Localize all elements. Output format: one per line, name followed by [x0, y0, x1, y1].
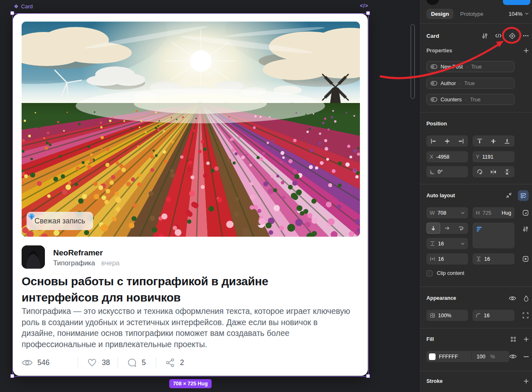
tab-design[interactable]: Design: [426, 9, 453, 19]
corner-radius-icon: [476, 313, 481, 318]
selection-handle-bl[interactable]: [10, 374, 14, 378]
add-property-icon[interactable]: [524, 48, 529, 53]
tab-prototype[interactable]: Prototype: [460, 11, 483, 17]
add-fill-icon[interactable]: [524, 337, 529, 342]
chevron-down-icon: [461, 212, 465, 214]
opacity-icon: [430, 313, 435, 318]
share-icon: [165, 358, 175, 368]
fill-color-swatch[interactable]: [429, 353, 436, 360]
chevron-down-icon: [461, 243, 465, 245]
inspector-panel: Design Prototype 104% Card Prop: [419, 0, 532, 392]
property-new-post[interactable]: New Post·True: [426, 61, 515, 72]
fill-header: Fill: [426, 336, 434, 342]
fill-color-field[interactable]: FFFFFF 100 %: [426, 351, 509, 362]
more-options-icon[interactable]: [523, 35, 529, 37]
vertical-padding-field[interactable]: 16: [473, 253, 515, 265]
toggle-prop-icon: [431, 64, 437, 69]
fresh-post-badge: Свежая запись: [27, 212, 93, 230]
x-position-field[interactable]: X-4958: [426, 151, 468, 162]
comments-counter: 5: [118, 358, 156, 368]
vertical-gap-icon: [430, 241, 435, 246]
horizontal-padding-field[interactable]: 16: [426, 253, 468, 265]
clip-content-label: Clip content: [437, 270, 464, 276]
fill-hex-value: FFFFFF: [439, 354, 458, 360]
tulip-field-illustration: [22, 22, 360, 237]
user-avatar[interactable]: [426, 0, 439, 5]
align-h-center-button[interactable]: [440, 135, 454, 147]
gap-field[interactable]: 16: [426, 238, 468, 249]
code-icon[interactable]: </>: [360, 3, 368, 9]
y-position-field[interactable]: Y1191: [473, 151, 515, 162]
advanced-layout-icon[interactable]: [522, 226, 529, 232]
canvas-scrollbar[interactable]: [411, 24, 415, 99]
zoom-control[interactable]: 104%: [509, 11, 529, 17]
align-left-button[interactable]: [426, 135, 440, 147]
height-field[interactable]: H725 Hug: [473, 207, 515, 218]
property-author[interactable]: Author·True: [426, 78, 515, 89]
layout-vertical-button[interactable]: [426, 223, 440, 234]
card-component[interactable]: Свежая запись NeoReframer Типографикавче…: [13, 14, 368, 376]
fill-visibility-icon[interactable]: [509, 354, 517, 359]
angle-icon: [430, 169, 435, 174]
fill-opacity-value: 100: [477, 354, 485, 360]
auto-layout-toggle[interactable]: [518, 190, 529, 201]
add-stroke-icon[interactable]: [524, 379, 529, 384]
heart-icon: [87, 358, 97, 368]
remove-fill-icon[interactable]: [524, 356, 529, 357]
post-title: Основы работы с типографикой в дизайне и…: [22, 273, 304, 306]
flip-horizontal-icon[interactable]: [486, 166, 500, 177]
post-time: вчера: [101, 259, 120, 267]
individual-padding-icon[interactable]: [522, 256, 529, 262]
post-excerpt: Типографика — это искусство и техника оф…: [22, 306, 351, 350]
width-field[interactable]: W708: [426, 207, 468, 218]
flip-vertical-icon[interactable]: [500, 166, 514, 177]
rotate-icon[interactable]: [473, 166, 486, 177]
eye-icon: [22, 357, 33, 368]
appearance-header: Appearance: [426, 295, 456, 301]
styles-grid-icon[interactable]: [510, 336, 516, 342]
eye-icon[interactable]: [509, 296, 516, 301]
views-counter: 546: [22, 357, 78, 368]
rotation-field[interactable]: 0°: [426, 166, 468, 177]
layout-wrap-button[interactable]: [454, 223, 468, 234]
selection-title: Card: [426, 33, 439, 39]
corner-radius-field[interactable]: 16: [473, 310, 515, 321]
auto-layout-icon: [520, 193, 526, 198]
fresh-post-label: Свежая запись: [34, 217, 85, 225]
blend-drop-icon[interactable]: [524, 295, 529, 301]
clip-content-checkbox[interactable]: [426, 270, 433, 277]
align-right-button[interactable]: [454, 135, 468, 147]
align-v-center-button[interactable]: [486, 135, 500, 147]
gem-icon: [27, 212, 37, 222]
adjust-sliders-icon[interactable]: [482, 33, 488, 39]
vertical-padding-icon: [476, 256, 481, 262]
selection-handle-tl[interactable]: [10, 11, 14, 15]
hug-mode-label: Hug: [502, 210, 511, 216]
expand-corners-icon[interactable]: [522, 312, 529, 318]
selection-handle-tr[interactable]: [366, 11, 370, 15]
shrink-icon[interactable]: [506, 192, 512, 198]
selection-layer-label[interactable]: ❖ Card: [14, 3, 33, 10]
toggle-prop-icon: [431, 97, 437, 102]
property-counters[interactable]: Counters·True: [426, 94, 515, 105]
opacity-field[interactable]: 100%: [426, 310, 468, 321]
toggle-prop-icon: [431, 81, 437, 86]
component-icon: ❖: [14, 3, 19, 10]
layout-horizontal-button[interactable]: [440, 223, 454, 234]
avatar: [22, 245, 45, 269]
properties-header: Properties: [426, 48, 452, 54]
align-bottom-button[interactable]: [500, 135, 514, 147]
horizontal-padding-icon: [430, 256, 435, 262]
code-icon[interactable]: [495, 33, 502, 38]
likes-counter: 38: [78, 358, 118, 368]
selection-handle-br[interactable]: [366, 374, 370, 378]
canvas[interactable]: ❖ Card </>: [0, 0, 419, 392]
share-button[interactable]: [503, 0, 530, 5]
author-row: NeoReframer Типографикавчера: [22, 245, 120, 269]
aspect-ratio-icon[interactable]: [522, 210, 529, 216]
align-top-button[interactable]: [473, 135, 486, 147]
stroke-header: Stroke: [426, 378, 443, 384]
toolbar-sliver: [419, 0, 532, 5]
component-props-icon[interactable]: [509, 32, 516, 39]
layer-name: Card: [21, 3, 33, 10]
